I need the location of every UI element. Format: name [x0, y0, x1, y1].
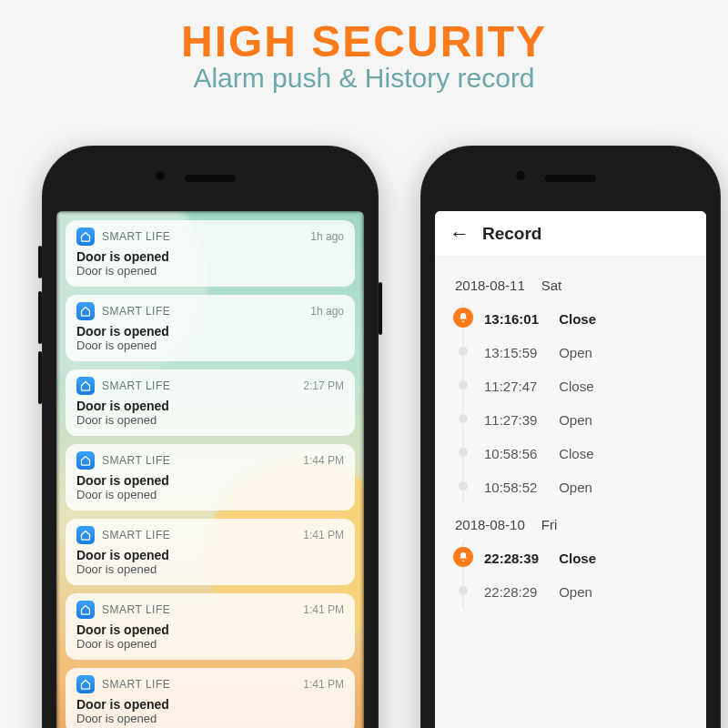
phone-mute-switch — [38, 246, 42, 278]
record-day-header: 2018-08-11Sat — [453, 265, 688, 302]
app-icon — [76, 377, 95, 395]
record-header: ← Record — [435, 211, 706, 258]
notification-body: Door is opened — [76, 413, 344, 427]
record-event[interactable]: 22:28:39 Close — [484, 541, 688, 575]
timeline-dot-icon — [459, 481, 468, 490]
headline: HIGH SECURITY — [0, 16, 728, 66]
record-day-header: 2018-08-10Fri — [453, 504, 688, 541]
notification-card[interactable]: SMART LIFE1h agoDoor is openedDoor is op… — [66, 295, 355, 361]
notification-title: Door is opened — [76, 622, 344, 637]
record-event-time: 13:16:01 — [484, 311, 555, 327]
notification-card[interactable]: SMART LIFE1h agoDoor is openedDoor is op… — [66, 220, 355, 287]
notification-app-name: SMART LIFE — [102, 603, 296, 616]
phone-notifications: SMART LIFE1h agoDoor is openedDoor is op… — [42, 146, 379, 728]
bell-icon — [453, 308, 473, 328]
app-icon — [76, 526, 95, 544]
record-event-state: Close — [559, 379, 593, 394]
record-event-time: 11:27:47 — [484, 379, 555, 394]
record-timeline: 22:28:39 Close22:28:29 Open — [453, 541, 688, 609]
app-icon — [76, 451, 95, 470]
record-event-state: Open — [559, 584, 592, 600]
notification-card[interactable]: SMART LIFE1:41 PMDoor is openedDoor is o… — [66, 519, 355, 585]
record-title: Record — [482, 224, 541, 244]
phone-speaker — [185, 175, 236, 182]
record-event-time: 13:15:59 — [484, 345, 555, 360]
notification-time: 1h ago — [310, 230, 344, 243]
notification-app-name: SMART LIFE — [102, 529, 296, 541]
phone-camera-icon — [516, 171, 525, 180]
notification-title: Door is opened — [76, 324, 344, 339]
notification-body: Door is opened — [76, 712, 344, 725]
record-timeline: 13:16:01 Close13:15:59 Open11:27:47 Clos… — [453, 302, 688, 504]
record-weekday: Sat — [541, 278, 562, 293]
app-icon — [76, 675, 95, 693]
phone-volume-up — [38, 291, 42, 344]
timeline-dot-icon — [459, 448, 468, 457]
phone-power-button — [379, 282, 382, 335]
notification-title: Door is opened — [76, 697, 344, 712]
record-event-state: Open — [559, 412, 592, 428]
notification-time: 2:17 PM — [303, 379, 344, 392]
record-event-state: Close — [559, 311, 596, 327]
record-date: 2018-08-10 — [455, 517, 525, 532]
notification-body: Door is opened — [76, 637, 344, 651]
record-event[interactable]: 10:58:56 Close — [484, 437, 688, 470]
app-icon — [76, 601, 95, 619]
notification-title: Door is opened — [76, 548, 344, 562]
notification-card[interactable]: SMART LIFE2:17 PMDoor is openedDoor is o… — [66, 369, 355, 436]
timeline-dot-icon — [459, 380, 468, 389]
record-event-state: Close — [559, 551, 596, 566]
phone-speaker — [545, 175, 596, 182]
record-event-time: 22:28:39 — [484, 551, 555, 566]
phone-camera-icon — [156, 171, 165, 180]
record-event[interactable]: 11:27:47 Close — [484, 369, 688, 403]
notification-list[interactable]: SMART LIFE1h agoDoor is openedDoor is op… — [56, 211, 364, 728]
timeline-dot-icon — [459, 347, 468, 356]
timeline-dot-icon — [459, 414, 468, 423]
record-weekday: Fri — [541, 517, 558, 532]
notification-time: 1h ago — [310, 305, 344, 318]
record-event[interactable]: 11:27:39 Open — [484, 403, 688, 437]
subheadline: Alarm push & History record — [0, 63, 728, 94]
marketing-header: HIGH SECURITY Alarm push & History recor… — [0, 0, 728, 103]
notification-app-name: SMART LIFE — [102, 379, 296, 392]
notification-body: Door is opened — [76, 488, 344, 501]
notification-app-name: SMART LIFE — [102, 230, 303, 243]
record-event-time: 11:27:39 — [484, 412, 555, 428]
notification-time: 1:44 PM — [303, 454, 344, 467]
phone-record: ← Record 2018-08-11Sat13:16:01 Close13:1… — [420, 146, 721, 728]
notification-title: Door is opened — [76, 399, 344, 413]
notification-card[interactable]: SMART LIFE1:41 PMDoor is openedDoor is o… — [66, 593, 355, 660]
notification-app-name: SMART LIFE — [102, 454, 296, 467]
back-icon[interactable]: ← — [450, 224, 470, 244]
app-icon — [76, 228, 95, 246]
notification-time: 1:41 PM — [303, 529, 344, 541]
notification-card[interactable]: SMART LIFE1:44 PMDoor is openedDoor is o… — [66, 444, 355, 511]
app-icon — [76, 302, 95, 320]
notification-app-name: SMART LIFE — [102, 678, 296, 691]
record-event-state: Open — [559, 345, 592, 360]
record-event[interactable]: 10:58:52 Open — [484, 470, 688, 504]
notification-body: Door is opened — [76, 339, 344, 352]
record-body[interactable]: 2018-08-11Sat13:16:01 Close13:15:59 Open… — [435, 258, 706, 609]
record-event-time: 10:58:56 — [484, 446, 555, 461]
phone-volume-down — [38, 351, 42, 404]
notification-time: 1:41 PM — [303, 603, 344, 616]
notification-body: Door is opened — [76, 264, 344, 278]
notification-title: Door is opened — [76, 473, 344, 488]
record-event[interactable]: 13:16:01 Close — [484, 302, 688, 336]
record-event[interactable]: 13:15:59 Open — [484, 336, 688, 369]
notification-app-name: SMART LIFE — [102, 305, 303, 318]
bell-icon — [453, 547, 473, 567]
record-event-state: Close — [559, 446, 593, 461]
timeline-dot-icon — [459, 586, 468, 595]
notification-body: Door is opened — [76, 562, 344, 576]
record-event-time: 10:58:52 — [484, 480, 555, 495]
record-event[interactable]: 22:28:29 Open — [484, 575, 688, 609]
notification-time: 1:41 PM — [303, 678, 344, 691]
notification-title: Door is opened — [76, 249, 344, 264]
record-event-time: 22:28:29 — [484, 584, 555, 600]
record-event-state: Open — [559, 480, 592, 495]
record-date: 2018-08-11 — [455, 278, 525, 293]
notification-card[interactable]: SMART LIFE1:41 PMDoor is openedDoor is o… — [66, 668, 355, 728]
